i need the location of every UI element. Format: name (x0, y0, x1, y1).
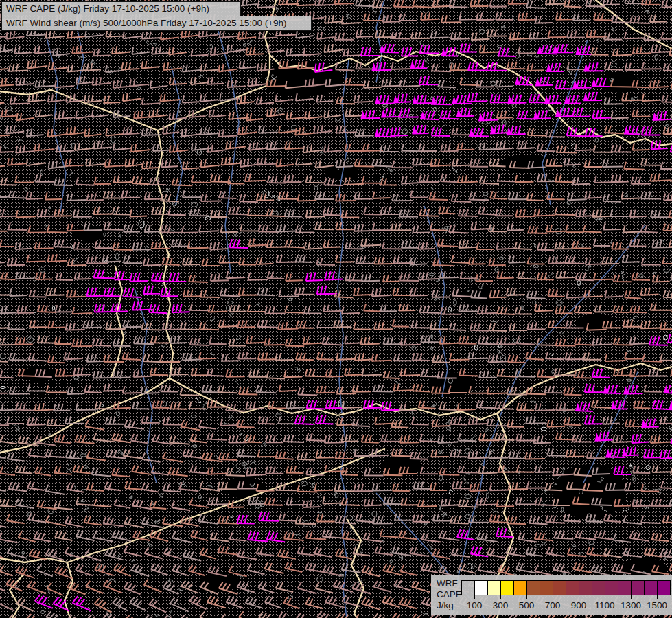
weather-map-page: WRF CAPE (J/kg) Friday 17-10-2025 15:00 … (0, 0, 672, 618)
legend-tick-label: 1500 (647, 600, 667, 610)
legend-color-box (605, 580, 618, 595)
legend-title-line3: J/kg (437, 600, 462, 611)
cape-legend: WRF CAPE J/kg 10030050070090011001300150… (431, 575, 672, 615)
map-canvas (0, 0, 672, 618)
legend-tick-label: 300 (493, 600, 509, 610)
legend-tick-mark (579, 595, 579, 599)
legend-color-box (592, 580, 605, 595)
legend-tick-mark (631, 595, 632, 599)
legend-color-box (461, 580, 475, 595)
legend-tick-label: 1100 (594, 600, 614, 610)
legend-title-line2: CAPE (437, 589, 462, 600)
legend-tick-mark (553, 595, 553, 599)
legend-color-box (657, 580, 671, 595)
legend-color-box (487, 580, 501, 595)
black-patch (73, 226, 106, 241)
legend-tick-mark (526, 595, 527, 599)
legend-tick-mark (474, 595, 475, 599)
legend-title: WRF CAPE J/kg (437, 578, 462, 611)
legend-color-box (566, 580, 579, 595)
legend-tick-label: 900 (571, 600, 587, 610)
black-patch (577, 314, 615, 332)
title-cape: WRF CAPE (J/kg) Friday 17-10-2025 15:00 … (1, 1, 241, 16)
legend-tick-label: 1300 (621, 600, 641, 610)
legend-color-box (553, 580, 566, 595)
legend-tick-mark (500, 595, 501, 599)
legend-color-box (618, 580, 632, 595)
legend-color-box (513, 580, 527, 595)
legend-color-box (644, 580, 658, 595)
legend-color-box (579, 580, 592, 595)
legend-tick-label: 500 (519, 600, 535, 610)
legend-color-box (631, 580, 645, 595)
legend-tick-label: 700 (545, 600, 561, 610)
legend-color-box (526, 580, 540, 595)
legend-color-box (500, 580, 514, 595)
legend-color-box (474, 580, 488, 595)
black-patch (22, 367, 55, 382)
legend-color-box (540, 580, 553, 595)
legend-tick-mark (605, 595, 605, 599)
legend-title-line1: WRF (437, 578, 462, 589)
legend-color-scale (461, 580, 671, 595)
legend-tick-mark (657, 595, 658, 599)
legend-tick-label: 100 (467, 600, 483, 610)
title-wind-shear: WRF Wind shear (m/s) 500/1000hPa Friday … (1, 16, 312, 31)
black-patch (599, 72, 640, 93)
